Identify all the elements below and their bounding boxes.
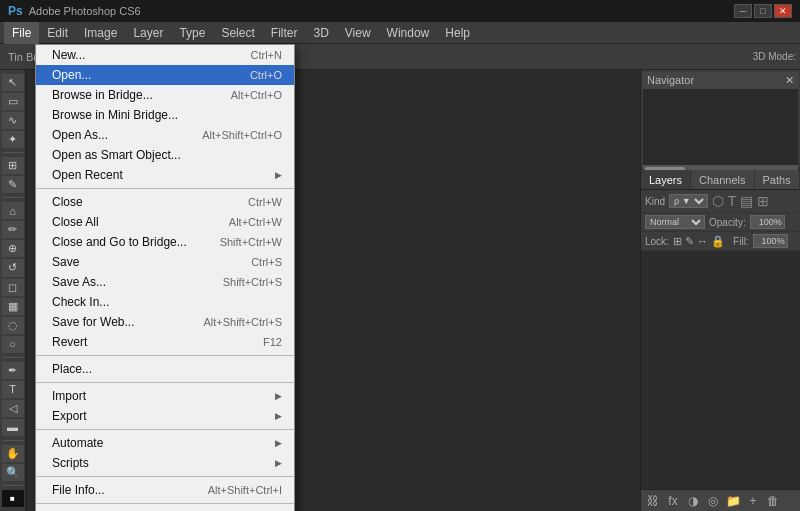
tool-divider-2 <box>3 197 23 198</box>
menu-file-close[interactable]: CloseCtrl+W <box>36 192 294 212</box>
title-bar: Ps Adobe Photoshop CS6 ─ □ ✕ <box>0 0 800 22</box>
zoom-tool[interactable]: 🔍 <box>2 464 24 481</box>
layers-blend-row: Normal Opacity: <box>641 213 800 232</box>
menu-separator <box>36 429 294 430</box>
file-dropdown-menu: New...Ctrl+NOpen...Ctrl+OBrowse in Bridg… <box>35 44 295 511</box>
menu-item-layer[interactable]: Layer <box>125 22 171 44</box>
menu-item-window[interactable]: Window <box>379 22 438 44</box>
pen-tool[interactable]: ✒ <box>2 362 24 379</box>
menu-item-help[interactable]: Help <box>437 22 478 44</box>
tab-channels[interactable]: Channels <box>691 170 754 189</box>
fill-label: Fill: <box>733 236 749 247</box>
menu-item-edit[interactable]: Edit <box>39 22 76 44</box>
brush-tool[interactable]: ✏ <box>2 221 24 238</box>
move-tool[interactable]: ↖ <box>2 74 24 91</box>
menu-file-place___[interactable]: Place... <box>36 359 294 379</box>
title-bar-buttons: ─ □ ✕ <box>734 4 792 18</box>
menu-file-open_as___[interactable]: Open As...Alt+Shift+Ctrl+O <box>36 125 294 145</box>
toolbar-3d-label: 3D Mode: <box>753 51 796 62</box>
layers-footer: ⛓ fx ◑ ◎ 📁 + 🗑 <box>641 489 800 511</box>
layers-kind-row: Kind ρ ▼ ⬡ T ▤ ⊞ <box>641 190 800 213</box>
kind-icons: ⬡ T ▤ ⊞ <box>712 193 769 209</box>
menu-file-print___[interactable]: Print...Ctrl+P <box>36 507 294 511</box>
delete-layer-icon[interactable]: 🗑 <box>765 493 781 509</box>
foreground-color[interactable]: ■ <box>2 490 24 507</box>
menu-file-open_recent[interactable]: Open Recent▶ <box>36 165 294 185</box>
layers-panel: Layers Channels Paths ≡ Kind ρ ▼ ⬡ T ▤ ⊞… <box>641 170 800 511</box>
menu-file-check_in___[interactable]: Check In... <box>36 292 294 312</box>
tool-divider-4 <box>3 440 23 441</box>
crop-tool[interactable]: ⊞ <box>2 157 24 174</box>
link-icon[interactable]: ⛓ <box>645 493 661 509</box>
menu-file-new___[interactable]: New...Ctrl+N <box>36 45 294 65</box>
close-button[interactable]: ✕ <box>774 4 792 18</box>
navigator-close-icon[interactable]: ✕ <box>785 74 794 87</box>
menu-file-browse_in_bridge___[interactable]: Browse in Bridge...Alt+Ctrl+O <box>36 85 294 105</box>
menu-item-3d[interactable]: 3D <box>305 22 336 44</box>
mask-icon[interactable]: ◑ <box>685 493 701 509</box>
menu-file-open_as_smart_object___[interactable]: Open as Smart Object... <box>36 145 294 165</box>
opacity-input[interactable] <box>750 215 785 229</box>
menu-file-file_info___[interactable]: File Info...Alt+Shift+Ctrl+I <box>36 480 294 500</box>
menu-separator <box>36 476 294 477</box>
select-tool[interactable]: ▭ <box>2 93 24 110</box>
gradient-tool[interactable]: ▦ <box>2 298 24 315</box>
menu-file-browse_in_mini_bridge___[interactable]: Browse in Mini Bridge... <box>36 105 294 125</box>
title-bar-left: Ps Adobe Photoshop CS6 <box>8 4 141 18</box>
layers-content <box>641 251 800 489</box>
fill-input[interactable] <box>753 234 788 248</box>
opacity-label: Opacity: <box>709 217 746 228</box>
folder-icon[interactable]: 📁 <box>725 493 741 509</box>
heal-tool[interactable]: ⌂ <box>2 202 24 219</box>
menu-file-export[interactable]: Export▶ <box>36 406 294 426</box>
blend-mode-select[interactable]: Normal <box>645 215 705 229</box>
navigator-label: Navigator <box>647 74 694 87</box>
add-layer-icon[interactable]: + <box>745 493 761 509</box>
eyedrop-tool[interactable]: ✎ <box>2 176 24 193</box>
tools-panel: ↖ ▭ ∿ ✦ ⊞ ✎ ⌂ ✏ ⊕ ↺ ◻ ▦ ◌ ○ ✒ T ◁ ▬ ✋ 🔍 … <box>0 70 26 511</box>
adjustment-icon[interactable]: ◎ <box>705 493 721 509</box>
menu-file-import[interactable]: Import▶ <box>36 386 294 406</box>
maximize-button[interactable]: □ <box>754 4 772 18</box>
clone-tool[interactable]: ⊕ <box>2 240 24 257</box>
eraser-tool[interactable]: ◻ <box>2 279 24 296</box>
menu-file-close_all[interactable]: Close AllAlt+Ctrl+W <box>36 212 294 232</box>
quick-select-tool[interactable]: ✦ <box>2 131 24 148</box>
tab-layers[interactable]: Layers <box>641 170 691 189</box>
menu-item-filter[interactable]: Filter <box>263 22 306 44</box>
effects-icon[interactable]: fx <box>665 493 681 509</box>
navigator-content <box>643 89 798 165</box>
menu-file-automate[interactable]: Automate▶ <box>36 433 294 453</box>
menu-item-image[interactable]: Image <box>76 22 125 44</box>
menu-item-select[interactable]: Select <box>213 22 262 44</box>
menu-file-save_for_web___[interactable]: Save for Web...Alt+Shift+Ctrl+S <box>36 312 294 332</box>
menu-file-open___[interactable]: Open...Ctrl+O <box>36 65 294 85</box>
layers-lock-row: Lock: ⊞ ✎ ↔ 🔒 Fill: <box>641 232 800 251</box>
tool-divider-5 <box>3 485 23 486</box>
menu-file-save_as___[interactable]: Save As...Shift+Ctrl+S <box>36 272 294 292</box>
lasso-tool[interactable]: ∿ <box>2 112 24 129</box>
tool-divider-3 <box>3 357 23 358</box>
shape-tool[interactable]: ▬ <box>2 419 24 436</box>
hand-tool[interactable]: ✋ <box>2 445 24 462</box>
type-tool[interactable]: T <box>2 381 24 398</box>
blur-tool[interactable]: ◌ <box>2 317 24 334</box>
path-tool[interactable]: ◁ <box>2 400 24 417</box>
menu-item-file[interactable]: File <box>4 22 39 44</box>
menu-file-save[interactable]: SaveCtrl+S <box>36 252 294 272</box>
dodge-tool[interactable]: ○ <box>2 336 24 353</box>
menu-file-revert[interactable]: RevertF12 <box>36 332 294 352</box>
menu-bar: File Edit Image Layer Type Select Filter… <box>0 22 800 44</box>
menu-item-view[interactable]: View <box>337 22 379 44</box>
minimize-button[interactable]: ─ <box>734 4 752 18</box>
menu-file-close_and_go_to_bridge___[interactable]: Close and Go to Bridge...Shift+Ctrl+W <box>36 232 294 252</box>
menu-item-type[interactable]: Type <box>171 22 213 44</box>
layers-tabs: Layers Channels Paths ≡ <box>641 170 800 190</box>
tab-paths[interactable]: Paths <box>755 170 800 189</box>
lock-icons[interactable]: ⊞ ✎ ↔ 🔒 <box>673 235 725 248</box>
kind-select[interactable]: ρ ▼ <box>669 194 708 208</box>
menu-separator <box>36 355 294 356</box>
right-panel: Navigator ✕ Layers Channels Paths ≡ Kind… <box>640 70 800 511</box>
menu-file-scripts[interactable]: Scripts▶ <box>36 453 294 473</box>
history-tool[interactable]: ↺ <box>2 259 24 276</box>
